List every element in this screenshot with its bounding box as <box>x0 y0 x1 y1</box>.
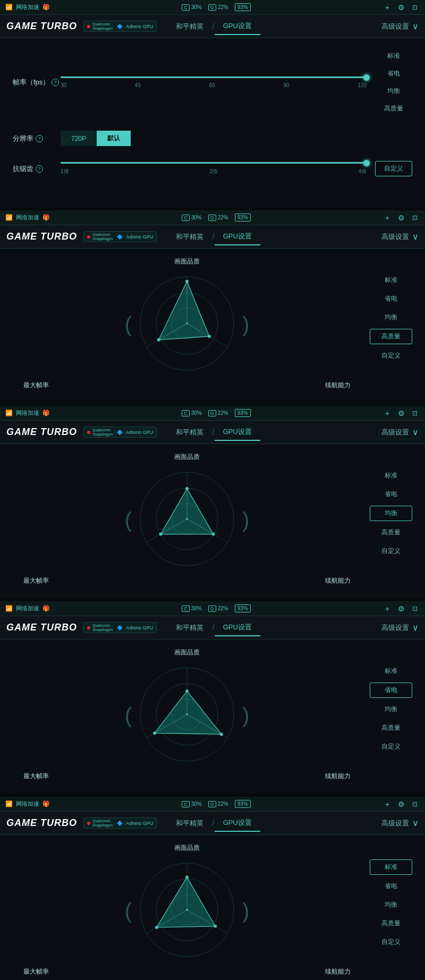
alias-custom: 自定义 <box>375 161 412 176</box>
qualcomm-badge: QualcommSnapdragon 🔷 Adreno GPU <box>83 231 157 242</box>
res-default-btn[interactable]: 默认 <box>97 131 131 146</box>
preset-均衡[interactable]: 均衡 <box>370 310 412 325</box>
plus-icon[interactable]: + <box>382 799 392 809</box>
preset-标准[interactable]: 标准 <box>370 273 412 287</box>
preset-省电[interactable]: 省电 <box>370 292 412 306</box>
alias-help-icon[interactable]: ? <box>36 165 43 173</box>
game-turbo-logo: GAME TURBO <box>6 817 77 829</box>
gear-icon[interactable]: ⚙ <box>396 3 406 12</box>
chevron-down-icon: ∨ <box>412 427 419 437</box>
network-icon: 📶 <box>5 605 13 612</box>
plus-icon[interactable]: + <box>382 3 392 12</box>
radar-labels-bottom: 最大帧率 续航能力 <box>13 772 361 781</box>
svg-point-38 <box>185 689 189 693</box>
svg-point-27 <box>186 518 188 520</box>
alias-slider-track[interactable] <box>61 162 367 164</box>
preset-标准[interactable]: 标准 <box>370 664 412 678</box>
panel-3: 📶 网络加速 🎁 C30% G22% 93% + ⚙ ⊡ GAME TURBO … <box>0 406 425 601</box>
preset-省电[interactable]: 省电 <box>370 487 412 501</box>
exit-icon[interactable]: ⊡ <box>410 799 420 809</box>
preset-标准[interactable]: 标准 <box>370 859 412 875</box>
nav-advanced[interactable]: 高级设置 ∨ <box>381 623 419 633</box>
exit-icon[interactable]: ⊡ <box>410 213 420 223</box>
gift-icon: 🎁 <box>42 4 50 11</box>
tab-game[interactable]: 和平精英 <box>167 424 212 440</box>
qualcomm-badge: QualcommSnapdragon 🔷 Adreno GPU <box>83 427 157 438</box>
radar-label-right: 续航能力 <box>325 772 351 781</box>
plus-icon[interactable]: + <box>382 604 392 613</box>
alias-slider-area[interactable]: 1倍 2倍 4倍 <box>61 162 367 175</box>
fps-slider-fill <box>61 76 367 78</box>
radar-section-3: 画面品质 ( ) 最大帧率 续航能力 标准省电均衡高质量自定义 <box>0 835 425 980</box>
tab-game[interactable]: 和平精英 <box>167 229 212 245</box>
svg-point-13 <box>186 322 188 325</box>
tab-gpu[interactable]: GPU设置 <box>215 619 260 636</box>
tab-gpu[interactable]: GPU设置 <box>215 424 260 441</box>
fps-slider-track[interactable] <box>61 76 367 78</box>
tab-gpu[interactable]: GPU设置 <box>215 228 260 245</box>
exit-icon[interactable]: ⊡ <box>410 604 420 613</box>
preset-standard[interactable]: 标准 <box>375 49 412 63</box>
preset-高质量[interactable]: 高质量 <box>370 525 412 540</box>
fps-label: 帧率（fps） ? <box>13 78 61 87</box>
status-bar-1: 📶 网络加速 🎁 C30% G22% 93% + ⚙ ⊡ <box>0 406 425 421</box>
plus-icon[interactable]: + <box>382 408 392 418</box>
preset-自定义[interactable]: 自定义 <box>370 348 412 363</box>
fps-help-icon[interactable]: ? <box>52 79 59 86</box>
preset-balanced[interactable]: 均衡 <box>375 84 412 98</box>
plus-icon[interactable]: + <box>382 213 392 223</box>
fps-slider-area[interactable]: 30 45 60 90 120 <box>61 76 367 88</box>
panel-2: 📶 网络加速 🎁 C30% G22% 93% + ⚙ ⊡ GAME TURBO … <box>0 210 425 406</box>
nav-advanced[interactable]: 高级设置 ∨ <box>381 818 419 828</box>
preset-high[interactable]: 高质量 <box>375 101 412 116</box>
status-bar: 📶 网络加速 🎁 C 30% G 22% 93% + ⚙ ⊡ <box>0 0 425 15</box>
gear-icon[interactable]: ⚙ <box>396 213 406 223</box>
nav-advanced[interactable]: 高级设置 ∨ <box>381 427 419 437</box>
preset-标准[interactable]: 标准 <box>370 468 412 483</box>
nav-advanced[interactable]: 高级设置 ∨ <box>381 21 419 31</box>
preset-高质量[interactable]: 高质量 <box>370 329 412 344</box>
preset-save[interactable]: 省电 <box>375 66 412 81</box>
preset-col-2: 标准省电均衡高质量自定义 <box>370 648 412 754</box>
tab-game[interactable]: 和平精英 <box>167 620 212 636</box>
radar-container: 画面品质 ( ) 最大帧率 续航能力 <box>13 453 361 585</box>
svg-point-10 <box>185 280 189 283</box>
fps-slider-thumb[interactable] <box>363 74 370 81</box>
gear-icon[interactable]: ⚙ <box>396 604 406 613</box>
resolution-label: 分辨率 ? <box>13 134 61 143</box>
preset-自定义[interactable]: 自定义 <box>370 544 412 558</box>
right-bracket: ) <box>242 314 249 335</box>
exit-icon[interactable]: ⊡ <box>410 3 420 12</box>
alias-slider-thumb[interactable] <box>363 160 370 166</box>
preset-自定义[interactable]: 自定义 <box>370 739 412 754</box>
res-720p-btn[interactable]: 720P <box>61 131 97 146</box>
preset-均衡[interactable]: 均衡 <box>370 702 412 717</box>
tab-game[interactable]: 和平精英 <box>167 815 212 831</box>
svg-marker-48 <box>157 877 216 927</box>
nav-advanced[interactable]: 高级设置 ∨ <box>381 232 419 242</box>
preset-高质量[interactable]: 高质量 <box>370 916 412 931</box>
tab-gpu[interactable]: GPU设置 <box>215 815 260 832</box>
svg-point-52 <box>185 875 189 879</box>
status-center: C 30% G 22% 93% <box>182 3 251 11</box>
exit-icon[interactable]: ⊡ <box>410 408 420 418</box>
svg-point-40 <box>220 732 223 736</box>
game-header-1: GAME TURBO QualcommSnapdragon 🔷 Adreno G… <box>0 421 425 444</box>
res-help-icon[interactable]: ? <box>36 135 43 142</box>
alias-custom-btn[interactable]: 自定义 <box>375 161 412 176</box>
chevron-down-icon: ∨ <box>412 818 419 828</box>
preset-均衡[interactable]: 均衡 <box>370 898 412 912</box>
radar-label-right: 续航能力 <box>325 576 351 585</box>
gear-icon[interactable]: ⚙ <box>396 799 406 809</box>
svg-marker-34 <box>155 691 222 734</box>
gear-icon[interactable]: ⚙ <box>396 408 406 418</box>
preset-均衡[interactable]: 均衡 <box>370 506 412 521</box>
preset-高质量[interactable]: 高质量 <box>370 721 412 735</box>
preset-自定义[interactable]: 自定义 <box>370 935 412 949</box>
tab-game[interactable]: 和平精英 <box>167 19 212 35</box>
tab-gpu[interactable]: GPU设置 <box>215 18 260 35</box>
preset-省电[interactable]: 省电 <box>370 683 412 698</box>
preset-省电[interactable]: 省电 <box>370 879 412 893</box>
fps-section: 帧率（fps） ? 30 45 60 90 120 标准 省电 <box>0 38 425 207</box>
game-turbo-logo: GAME TURBO <box>6 21 77 32</box>
